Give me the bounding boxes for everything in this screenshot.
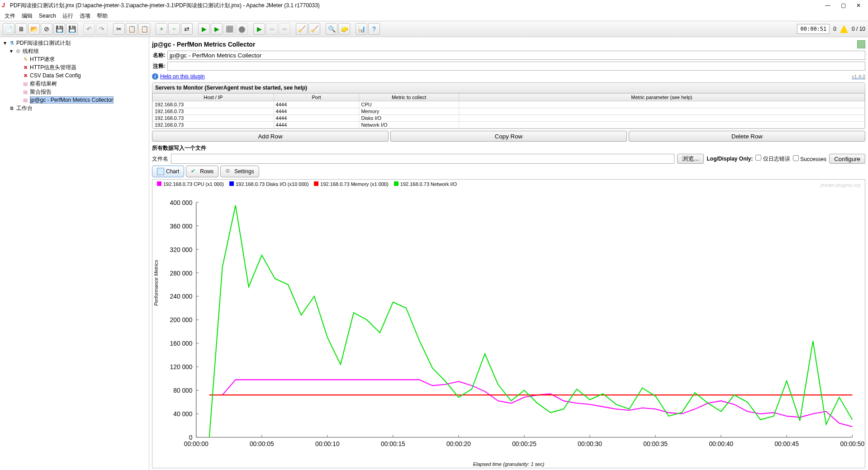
tree-view-results[interactable]: ▤察看结果树 bbox=[2, 80, 147, 88]
watermark: jmeter-plugins.org bbox=[821, 182, 860, 188]
table-row[interactable]: 192.168.0.734444Disks I/O bbox=[153, 115, 865, 122]
svg-text:00:00:30: 00:00:30 bbox=[578, 440, 602, 447]
successes-checkbox-label[interactable]: Successes bbox=[793, 155, 826, 162]
legend-item: 192.168.0.73 CPU (x1 000) bbox=[157, 181, 224, 187]
tree-item-label: 聚合报告 bbox=[30, 88, 52, 96]
plugin-version: v1.4.0 bbox=[852, 74, 865, 79]
delete-row-button[interactable]: Delete Row bbox=[629, 131, 865, 142]
table-row[interactable]: 192.168.0.734444CPU bbox=[153, 101, 865, 108]
content-panel: jp@gc - PerfMon Metrics Collector 名称: 注释… bbox=[149, 37, 868, 470]
clear-button[interactable]: 🧹 bbox=[296, 23, 308, 35]
remote-start-button[interactable]: ▶ bbox=[253, 23, 265, 35]
expand-button[interactable]: ＋ bbox=[156, 23, 167, 35]
tab-chart[interactable]: Chart bbox=[152, 166, 184, 177]
col-host[interactable]: Host / IP bbox=[153, 94, 274, 101]
tree-threadgroup[interactable]: ▾⚙线程组 bbox=[2, 47, 147, 55]
svg-text:00:00:05: 00:00:05 bbox=[250, 440, 274, 447]
col-param[interactable]: Metric parameter (see help) bbox=[459, 94, 864, 101]
menu-file[interactable]: 文件 bbox=[2, 11, 18, 21]
menu-help[interactable]: 帮助 bbox=[94, 11, 110, 21]
x-axis-label: Elapsed time (granularity: 1 sec) bbox=[152, 461, 865, 467]
errors-checkbox-label[interactable]: 仅日志错误 bbox=[755, 155, 790, 163]
svg-text:00:00:35: 00:00:35 bbox=[643, 440, 668, 447]
menu-run[interactable]: 运行 bbox=[60, 11, 76, 21]
close-button[interactable]: ✕ bbox=[855, 2, 862, 9]
shutdown-button[interactable]: ⬤ bbox=[236, 23, 248, 35]
copy-button[interactable]: 📋 bbox=[126, 23, 138, 35]
paste-button[interactable]: 📋 bbox=[138, 23, 150, 35]
servers-table[interactable]: Host / IP Port Metric to collect Metric … bbox=[152, 93, 865, 128]
menu-options[interactable]: 选项 bbox=[77, 11, 93, 21]
tree-testplan[interactable]: ▾⚗PDF阅读接口测试计划 bbox=[2, 39, 147, 47]
errors-checkbox[interactable] bbox=[755, 155, 761, 161]
svg-text:00:00:50: 00:00:50 bbox=[840, 440, 865, 447]
help-button[interactable]: ? bbox=[368, 23, 380, 35]
remote-stop-button[interactable]: ◦◦ bbox=[279, 23, 290, 35]
svg-text:80 000: 80 000 bbox=[173, 387, 193, 394]
help-link[interactable]: Help on this plugin bbox=[160, 73, 205, 80]
close-file-button[interactable]: ⊘ bbox=[41, 23, 52, 35]
menu-search[interactable]: Search bbox=[36, 12, 59, 20]
undo-button[interactable]: ↶ bbox=[83, 23, 95, 35]
tree-http-header-mgr[interactable]: ✖HTTP信息头管理器 bbox=[2, 63, 147, 71]
timer: 00:00:51 bbox=[797, 24, 830, 34]
jmeter-icon: J bbox=[2, 2, 8, 9]
tree-aggregate-report[interactable]: ▤聚合报告 bbox=[2, 88, 147, 96]
thread-count: 0 / 10 bbox=[852, 26, 865, 32]
chart-icon bbox=[157, 168, 164, 175]
collapse-button[interactable]: － bbox=[168, 23, 180, 35]
add-row-button[interactable]: Add Row bbox=[152, 131, 389, 142]
filename-input[interactable] bbox=[171, 154, 674, 164]
templates-button[interactable]: 🗎 bbox=[15, 23, 27, 35]
start-no-timers-button[interactable]: ▶ bbox=[211, 23, 223, 35]
svg-text:320 000: 320 000 bbox=[170, 246, 193, 253]
minimize-button[interactable]: — bbox=[825, 2, 831, 9]
new-button[interactable]: 📄 bbox=[3, 23, 14, 35]
configure-button[interactable]: Configure bbox=[829, 154, 865, 164]
col-metric[interactable]: Metric to collect bbox=[359, 94, 459, 101]
open-button[interactable]: 📂 bbox=[28, 23, 40, 35]
browse-button[interactable]: 浏览... bbox=[677, 154, 704, 164]
table-row[interactable]: 192.168.0.734444Memory bbox=[153, 108, 865, 115]
tree-csv-config[interactable]: ✖CSV Data Set Config bbox=[2, 71, 147, 80]
titlebar: J PDF阅读接口测试计划.jmx (D:\apache-jmeter-3.1\… bbox=[0, 0, 868, 11]
redo-button[interactable]: ↷ bbox=[96, 23, 108, 35]
remote-start-all-button[interactable]: ◦◦ bbox=[266, 23, 278, 35]
maximize-button[interactable]: ▢ bbox=[840, 2, 846, 9]
tab-rows[interactable]: ✔Rows bbox=[186, 166, 218, 177]
col-port[interactable]: Port bbox=[274, 94, 359, 101]
svg-text:360 000: 360 000 bbox=[170, 223, 193, 230]
save-as-button[interactable]: 💾 bbox=[66, 23, 78, 35]
search-button[interactable]: 🔍 bbox=[326, 23, 337, 35]
legend-item: 192.168.0.73 Memory (x1 000) bbox=[314, 181, 388, 187]
cut-button[interactable]: ✂ bbox=[113, 23, 125, 35]
save-button[interactable]: 💾 bbox=[53, 23, 65, 35]
svg-text:40 000: 40 000 bbox=[173, 410, 193, 418]
tree-perfmon[interactable]: ▤jp@gc - PerfMon Metrics Collector bbox=[2, 96, 147, 104]
start-button[interactable]: ▶ bbox=[198, 23, 210, 35]
table-row[interactable]: 192.168.0.734444Network I/O bbox=[153, 122, 865, 128]
tree-testplan-label: PDF阅读接口测试计划 bbox=[16, 39, 71, 47]
svg-text:160 000: 160 000 bbox=[170, 340, 193, 347]
successes-checkbox[interactable] bbox=[793, 155, 799, 161]
tree-workbench-label: 工作台 bbox=[16, 104, 33, 112]
function-helper-button[interactable]: 📊 bbox=[356, 23, 367, 35]
toggle-button[interactable]: ⇄ bbox=[181, 23, 193, 35]
copy-row-button[interactable]: Copy Row bbox=[390, 131, 627, 142]
tree-http-request[interactable]: ✎HTTP请求 bbox=[2, 55, 147, 63]
tree-workbench[interactable]: 🗎工作台 bbox=[2, 104, 147, 112]
menu-edit[interactable]: 编辑 bbox=[19, 11, 35, 21]
reset-search-button[interactable]: 🧽 bbox=[338, 23, 350, 35]
chart-tabs: Chart ✔Rows ⚙Settings bbox=[152, 166, 865, 177]
tab-settings[interactable]: ⚙Settings bbox=[220, 166, 259, 177]
clear-all-button[interactable]: 🧹 bbox=[308, 23, 320, 35]
toolbar: 📄 🗎 📂 ⊘ 💾 💾 ↶ ↷ ✂ 📋 📋 ＋ － ⇄ ▶ ▶ ⬛ ⬤ ▶ ◦◦… bbox=[0, 21, 868, 37]
expand-icon[interactable] bbox=[857, 40, 865, 48]
name-input[interactable] bbox=[167, 51, 865, 60]
test-plan-tree[interactable]: ▾⚗PDF阅读接口测试计划 ▾⚙线程组 ✎HTTP请求 ✖HTTP信息头管理器 … bbox=[0, 37, 149, 470]
warning-icon[interactable] bbox=[840, 25, 848, 33]
logonly-label: Log/Display Only: bbox=[707, 156, 753, 162]
comment-input[interactable] bbox=[167, 62, 865, 71]
file-heading: 所有数据写入一个文件 bbox=[152, 144, 865, 152]
stop-button[interactable]: ⬛ bbox=[223, 23, 235, 35]
